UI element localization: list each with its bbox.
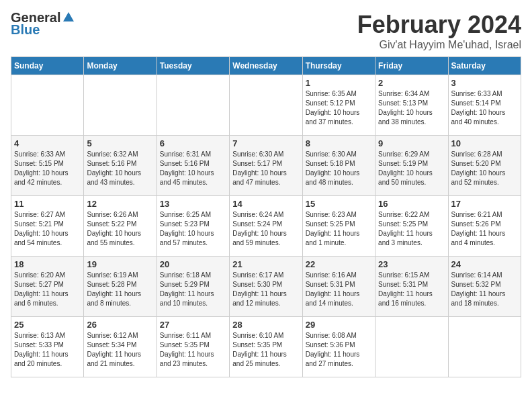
cell-info: Sunrise: 6:17 AM Sunset: 5:30 PM Dayligh… — [232, 271, 299, 308]
calendar-cell: 4Sunrise: 6:33 AM Sunset: 5:15 PM Daylig… — [11, 136, 84, 196]
calendar-cell: 16Sunrise: 6:22 AM Sunset: 5:25 PM Dayli… — [375, 196, 448, 257]
day-number: 23 — [378, 259, 445, 269]
cell-info: Sunrise: 6:15 AM Sunset: 5:31 PM Dayligh… — [378, 271, 445, 308]
cell-info: Sunrise: 6:30 AM Sunset: 5:17 PM Dayligh… — [232, 150, 299, 187]
day-number: 22 — [306, 259, 372, 269]
calendar-cell: 21Sunrise: 6:17 AM Sunset: 5:30 PM Dayli… — [230, 257, 302, 317]
cell-info: Sunrise: 6:33 AM Sunset: 5:14 PM Dayligh… — [451, 89, 518, 127]
cell-info: Sunrise: 6:18 AM Sunset: 5:29 PM Dayligh… — [160, 271, 226, 308]
calendar-cell: 7Sunrise: 6:30 AM Sunset: 5:17 PM Daylig… — [230, 136, 302, 196]
calendar-table: SundayMondayTuesdayWednesdayThursdayFrid… — [11, 56, 521, 377]
day-number: 12 — [87, 199, 153, 209]
calendar-cell: 8Sunrise: 6:30 AM Sunset: 5:18 PM Daylig… — [302, 136, 375, 196]
calendar-cell — [84, 75, 157, 136]
cell-info: Sunrise: 6:35 AM Sunset: 5:12 PM Dayligh… — [306, 89, 372, 127]
week-row-3: 18Sunrise: 6:20 AM Sunset: 5:27 PM Dayli… — [11, 257, 521, 317]
calendar-cell: 25Sunrise: 6:13 AM Sunset: 5:33 PM Dayli… — [11, 317, 84, 377]
calendar-cell: 27Sunrise: 6:11 AM Sunset: 5:35 PM Dayli… — [157, 317, 229, 377]
cell-info: Sunrise: 6:30 AM Sunset: 5:18 PM Dayligh… — [306, 150, 372, 187]
day-number: 14 — [232, 199, 299, 209]
calendar-header-row: SundayMondayTuesdayWednesdayThursdayFrid… — [11, 57, 521, 75]
cell-info: Sunrise: 6:08 AM Sunset: 5:36 PM Dayligh… — [306, 331, 372, 369]
cell-info: Sunrise: 6:16 AM Sunset: 5:31 PM Dayligh… — [306, 271, 372, 308]
calendar-cell — [375, 317, 448, 377]
calendar-cell: 13Sunrise: 6:25 AM Sunset: 5:23 PM Dayli… — [157, 196, 229, 257]
column-header-wednesday: Wednesday — [230, 57, 302, 75]
cell-info: Sunrise: 6:12 AM Sunset: 5:34 PM Dayligh… — [87, 331, 153, 369]
month-title: February 2024 — [357, 11, 521, 39]
calendar-cell: 24Sunrise: 6:14 AM Sunset: 5:32 PM Dayli… — [448, 257, 521, 317]
day-number: 16 — [378, 199, 445, 209]
cell-info: Sunrise: 6:11 AM Sunset: 5:35 PM Dayligh… — [160, 331, 226, 369]
day-number: 24 — [451, 259, 518, 269]
calendar-cell: 19Sunrise: 6:19 AM Sunset: 5:28 PM Dayli… — [84, 257, 157, 317]
column-header-sunday: Sunday — [11, 57, 84, 75]
calendar-cell — [157, 75, 229, 136]
calendar-cell — [230, 75, 302, 136]
cell-info: Sunrise: 6:27 AM Sunset: 5:21 PM Dayligh… — [14, 210, 81, 248]
calendar-cell: 18Sunrise: 6:20 AM Sunset: 5:27 PM Dayli… — [11, 257, 84, 317]
title-section: February 2024 Giv'at Hayyim Me'uhad, Isr… — [357, 11, 521, 51]
day-number: 9 — [378, 138, 445, 148]
calendar-cell: 9Sunrise: 6:29 AM Sunset: 5:19 PM Daylig… — [375, 136, 448, 196]
cell-info: Sunrise: 6:34 AM Sunset: 5:13 PM Dayligh… — [378, 89, 445, 127]
cell-info: Sunrise: 6:26 AM Sunset: 5:22 PM Dayligh… — [87, 210, 153, 248]
day-number: 29 — [306, 320, 372, 330]
day-number: 11 — [14, 199, 81, 209]
week-row-0: 1Sunrise: 6:35 AM Sunset: 5:12 PM Daylig… — [11, 75, 521, 136]
day-number: 13 — [160, 199, 226, 209]
calendar-cell: 29Sunrise: 6:08 AM Sunset: 5:36 PM Dayli… — [302, 317, 375, 377]
logo-icon — [62, 11, 75, 24]
location-title: Giv'at Hayyim Me'uhad, Israel — [357, 39, 521, 51]
day-number: 19 — [87, 259, 153, 269]
column-header-tuesday: Tuesday — [157, 57, 229, 75]
day-number: 3 — [451, 78, 518, 88]
day-number: 18 — [14, 259, 81, 269]
cell-info: Sunrise: 6:33 AM Sunset: 5:15 PM Dayligh… — [14, 150, 81, 187]
page-header: General Blue February 2024 Giv'at Hayyim… — [11, 11, 521, 51]
column-header-saturday: Saturday — [448, 57, 521, 75]
day-number: 25 — [14, 320, 81, 330]
calendar-cell — [11, 75, 84, 136]
day-number: 21 — [232, 259, 299, 269]
cell-info: Sunrise: 6:23 AM Sunset: 5:25 PM Dayligh… — [306, 210, 372, 248]
calendar-cell: 23Sunrise: 6:15 AM Sunset: 5:31 PM Dayli… — [375, 257, 448, 317]
week-row-1: 4Sunrise: 6:33 AM Sunset: 5:15 PM Daylig… — [11, 136, 521, 196]
logo: General Blue — [11, 11, 75, 36]
column-header-friday: Friday — [375, 57, 448, 75]
cell-info: Sunrise: 6:24 AM Sunset: 5:24 PM Dayligh… — [232, 210, 299, 248]
calendar-cell: 14Sunrise: 6:24 AM Sunset: 5:24 PM Dayli… — [230, 196, 302, 257]
cell-info: Sunrise: 6:14 AM Sunset: 5:32 PM Dayligh… — [451, 271, 518, 308]
calendar-cell: 15Sunrise: 6:23 AM Sunset: 5:25 PM Dayli… — [302, 196, 375, 257]
day-number: 27 — [160, 320, 226, 330]
week-row-2: 11Sunrise: 6:27 AM Sunset: 5:21 PM Dayli… — [11, 196, 521, 257]
calendar-cell: 12Sunrise: 6:26 AM Sunset: 5:22 PM Dayli… — [84, 196, 157, 257]
cell-info: Sunrise: 6:13 AM Sunset: 5:33 PM Dayligh… — [14, 331, 81, 369]
day-number: 4 — [14, 138, 81, 148]
day-number: 1 — [306, 78, 372, 88]
cell-info: Sunrise: 6:29 AM Sunset: 5:19 PM Dayligh… — [378, 150, 445, 187]
week-row-4: 25Sunrise: 6:13 AM Sunset: 5:33 PM Dayli… — [11, 317, 521, 377]
day-number: 17 — [451, 199, 518, 209]
column-header-thursday: Thursday — [302, 57, 375, 75]
day-number: 20 — [160, 259, 226, 269]
day-number: 15 — [306, 199, 372, 209]
cell-info: Sunrise: 6:10 AM Sunset: 5:35 PM Dayligh… — [232, 331, 299, 369]
cell-info: Sunrise: 6:28 AM Sunset: 5:20 PM Dayligh… — [451, 150, 518, 187]
day-number: 8 — [306, 138, 372, 148]
svg-marker-0 — [63, 12, 74, 21]
cell-info: Sunrise: 6:32 AM Sunset: 5:16 PM Dayligh… — [87, 150, 153, 187]
day-number: 26 — [87, 320, 153, 330]
calendar-cell: 6Sunrise: 6:31 AM Sunset: 5:16 PM Daylig… — [157, 136, 229, 196]
calendar-cell: 22Sunrise: 6:16 AM Sunset: 5:31 PM Dayli… — [302, 257, 375, 317]
calendar-cell: 5Sunrise: 6:32 AM Sunset: 5:16 PM Daylig… — [84, 136, 157, 196]
calendar-cell: 28Sunrise: 6:10 AM Sunset: 5:35 PM Dayli… — [230, 317, 302, 377]
cell-info: Sunrise: 6:21 AM Sunset: 5:26 PM Dayligh… — [451, 210, 518, 248]
cell-info: Sunrise: 6:22 AM Sunset: 5:25 PM Dayligh… — [378, 210, 445, 248]
day-number: 6 — [160, 138, 226, 148]
calendar-cell: 3Sunrise: 6:33 AM Sunset: 5:14 PM Daylig… — [448, 75, 521, 136]
logo-blue: Blue — [11, 23, 75, 36]
calendar-cell: 1Sunrise: 6:35 AM Sunset: 5:12 PM Daylig… — [302, 75, 375, 136]
cell-info: Sunrise: 6:20 AM Sunset: 5:27 PM Dayligh… — [14, 271, 81, 308]
cell-info: Sunrise: 6:25 AM Sunset: 5:23 PM Dayligh… — [160, 210, 226, 248]
